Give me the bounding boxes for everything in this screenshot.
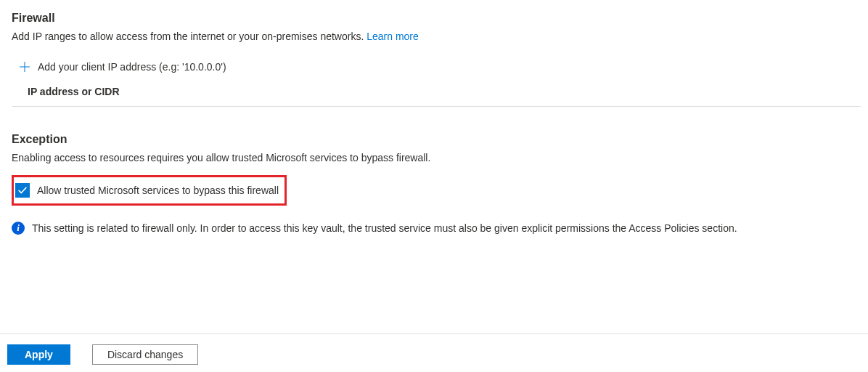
allow-trusted-services-row: Allow trusted Microsoft services to bypa…	[12, 175, 287, 206]
ip-column-header: IP address or CIDR	[12, 81, 861, 107]
exception-description: Enabling access to resources requires yo…	[12, 152, 861, 163]
firewall-description-text: Add IP ranges to allow access from the i…	[12, 31, 367, 42]
info-text: This setting is related to firewall only…	[32, 222, 737, 234]
plus-icon	[19, 61, 30, 73]
apply-button[interactable]: Apply	[7, 344, 70, 365]
add-client-ip-label: Add your client IP address (e.g: '10.0.0…	[38, 61, 226, 73]
add-client-ip-button[interactable]: Add your client IP address (e.g: '10.0.0…	[12, 55, 861, 81]
allow-trusted-services-label: Allow trusted Microsoft services to bypa…	[37, 185, 279, 196]
info-row: i This setting is related to firewall on…	[12, 222, 861, 235]
firewall-heading: Firewall	[12, 12, 861, 25]
exception-section: Exception Enabling access to resources r…	[12, 133, 861, 235]
allow-trusted-services-checkbox[interactable]	[15, 183, 30, 198]
footer-actions: Apply Discard changes	[0, 333, 868, 365]
firewall-description: Add IP ranges to allow access from the i…	[12, 31, 861, 42]
exception-heading: Exception	[12, 133, 861, 146]
discard-changes-button[interactable]: Discard changes	[92, 344, 198, 365]
info-icon: i	[12, 222, 25, 235]
learn-more-link[interactable]: Learn more	[367, 31, 419, 42]
firewall-section: Firewall Add IP ranges to allow access f…	[12, 12, 861, 107]
